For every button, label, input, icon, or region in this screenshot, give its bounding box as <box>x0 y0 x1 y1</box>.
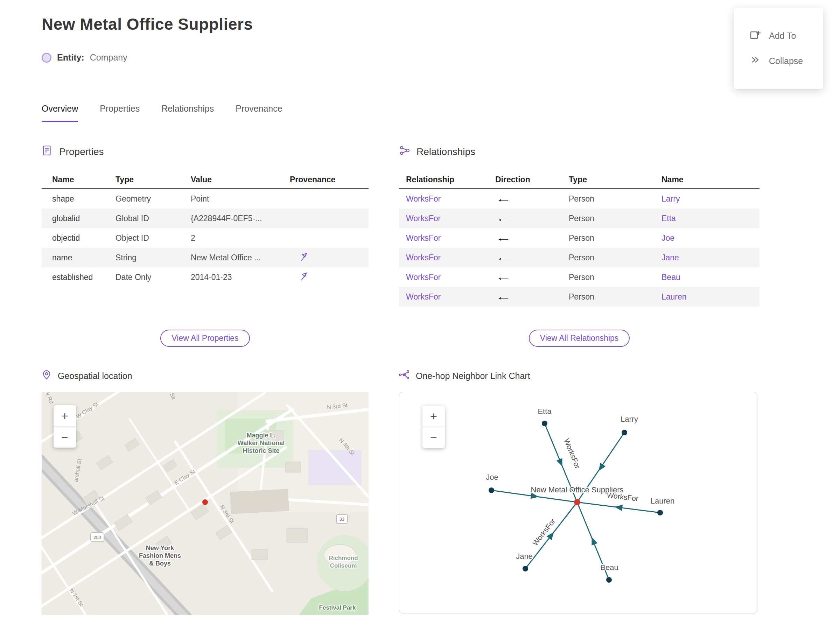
svg-text:33: 33 <box>339 517 344 522</box>
view-all-relationships-button[interactable]: View All Relationships <box>529 330 630 347</box>
relationship-type-link[interactable]: WorksFor <box>399 214 495 223</box>
zoom-out-button[interactable]: − <box>54 427 76 448</box>
svg-text:Historic Site: Historic Site <box>243 447 279 454</box>
related-entity-type: Person <box>569 194 662 203</box>
direction-arrow: ← <box>495 194 569 204</box>
link-chart-panel[interactable]: + − WorksFor Works <box>399 392 757 614</box>
property-value: New Metal Office ... <box>191 253 290 262</box>
relationship-type-link[interactable]: WorksFor <box>399 292 495 302</box>
relationship-type-link[interactable]: WorksFor <box>399 253 495 262</box>
properties-table-header: Name Type Value Provenance <box>41 171 369 189</box>
node-jane[interactable] <box>523 566 528 571</box>
svg-text:WorksFor: WorksFor <box>531 517 557 547</box>
relationship-row: WorksFor ← Person Larry <box>399 189 759 208</box>
add-to-icon <box>749 29 760 42</box>
tab-properties[interactable]: Properties <box>100 103 140 122</box>
related-entity-link[interactable]: Beau <box>662 273 759 282</box>
properties-section-header: Properties <box>41 145 104 159</box>
node-center[interactable] <box>574 499 580 505</box>
related-entity-link[interactable]: Lauren <box>662 292 759 302</box>
entity-type-value: Company <box>90 52 127 63</box>
tab-provenance[interactable]: Provenance <box>235 103 282 122</box>
relationship-type-link[interactable]: WorksFor <box>399 234 495 243</box>
node-beau[interactable] <box>606 577 612 583</box>
map-panel[interactable]: + − <box>41 392 369 615</box>
zoom-out-button[interactable]: − <box>422 427 445 448</box>
graph-node-labels: Etta Larry Joe Lauren Jane Beau New Meta… <box>486 407 675 572</box>
tab-overview[interactable]: Overview <box>41 103 78 122</box>
svg-text:Coliseum: Coliseum <box>330 563 357 569</box>
view-all-properties-button[interactable]: View All Properties <box>160 330 250 347</box>
add-to-button[interactable]: Add To <box>734 29 823 42</box>
related-entity-type: Person <box>569 234 662 243</box>
svg-text:Festival Park: Festival Park <box>319 604 356 611</box>
property-value: 2 <box>191 234 290 243</box>
node-lauren[interactable] <box>657 510 663 515</box>
link-chart-canvas[interactable]: WorksFor WorksFor WorksFor Etta Larry Jo… <box>399 392 757 613</box>
entity-label: Entity: <box>57 52 84 63</box>
properties-icon <box>41 145 53 159</box>
link-chart-icon <box>399 370 409 382</box>
map-zoom-control: + − <box>54 405 76 448</box>
provenance-flag-icon[interactable] <box>290 271 369 283</box>
svg-text:Lauren: Lauren <box>651 497 675 505</box>
col-header-name: Name <box>662 175 759 184</box>
related-entity-link[interactable]: Joe <box>662 234 759 243</box>
property-name: established <box>41 273 116 282</box>
related-entity-type: Person <box>569 273 662 282</box>
properties-section-title: Properties <box>59 146 104 157</box>
property-type: Date Only <box>116 273 191 282</box>
entity-badge-row: Entity: Company <box>41 52 127 63</box>
property-row: established Date Only 2014-01-23 <box>41 267 369 287</box>
entity-detail-page: New Metal Office Suppliers Entity: Compa… <box>0 0 840 639</box>
map-canvas[interactable]: 250 33 k Rd Sa W Clay St N 3rd St N 4th … <box>41 392 369 615</box>
col-header-name: Name <box>41 175 116 184</box>
relationships-icon <box>399 145 410 159</box>
related-entity-link[interactable]: Jane <box>662 253 759 262</box>
property-type: Global ID <box>116 214 191 223</box>
relationship-type-link[interactable]: WorksFor <box>399 273 495 282</box>
svg-text:& Boys: & Boys <box>149 560 171 567</box>
related-entity-type: Person <box>569 292 662 302</box>
property-type: String <box>116 253 191 262</box>
svg-text:Etta: Etta <box>538 407 552 416</box>
direction-arrow: ← <box>495 233 569 243</box>
collapse-button[interactable]: Collapse <box>734 54 823 68</box>
properties-table: Name Type Value Provenance shape Geometr… <box>41 171 369 287</box>
property-row: name String New Metal Office ... <box>41 248 369 267</box>
property-type: Geometry <box>116 194 191 203</box>
node-etta[interactable] <box>542 421 547 426</box>
col-header-value: Value <box>191 175 290 184</box>
property-type: Object ID <box>116 234 191 243</box>
zoom-in-button[interactable]: + <box>54 405 76 426</box>
svg-text:WorksFor: WorksFor <box>562 437 582 470</box>
direction-arrow: ← <box>495 291 569 302</box>
direction-arrow: ← <box>495 213 569 224</box>
property-name: shape <box>41 194 116 203</box>
relationships-table: Relationship Direction Type Name WorksFo… <box>399 171 759 307</box>
related-entity-link[interactable]: Etta <box>662 214 759 223</box>
svg-text:Maggie L.: Maggie L. <box>247 432 275 439</box>
relationship-type-link[interactable]: WorksFor <box>399 194 495 203</box>
tab-relationships[interactable]: Relationships <box>161 103 214 122</box>
col-header-relationship: Relationship <box>399 175 495 184</box>
relationship-row: WorksFor ← Person Lauren <box>399 287 759 307</box>
entity-type-dot <box>41 53 51 63</box>
add-to-label: Add To <box>769 31 796 41</box>
col-header-type: Type <box>116 175 191 184</box>
map-marker[interactable] <box>202 499 208 505</box>
node-larry[interactable] <box>622 430 627 436</box>
zoom-in-button[interactable]: + <box>422 405 445 427</box>
node-joe[interactable] <box>488 488 494 493</box>
relationships-section-title: Relationships <box>417 146 475 157</box>
page-title: New Metal Office Suppliers <box>41 15 253 33</box>
related-entity-link[interactable]: Larry <box>662 194 759 203</box>
property-row: shape Geometry Point <box>41 189 369 208</box>
direction-arrow: ← <box>495 272 569 283</box>
property-row: globalid Global ID {A228944F-0EF5-... <box>41 208 369 228</box>
tab-bar: Overview Properties Relationships Proven… <box>41 103 282 122</box>
property-name: name <box>41 253 116 262</box>
provenance-flag-icon[interactable] <box>290 252 369 264</box>
relationship-row: WorksFor ← Person Joe <box>399 228 759 248</box>
link-chart-section-header: One-hop Neighbor Link Chart <box>399 370 530 382</box>
